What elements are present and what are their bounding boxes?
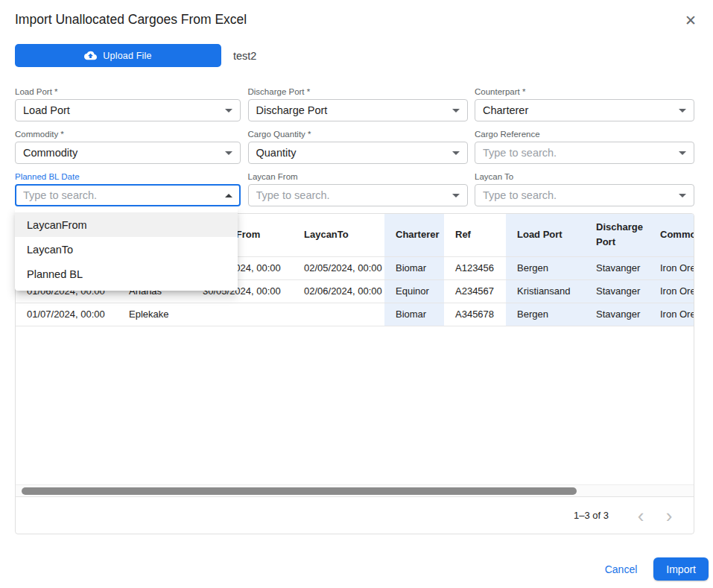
horizontal-scrollbar[interactable]: [16, 484, 694, 496]
column-header-charterer: Charterer: [384, 214, 444, 256]
cell: [191, 303, 293, 326]
cell: 02/05/2024, 00:00: [293, 256, 384, 279]
import-button[interactable]: Import: [653, 557, 709, 581]
dropdown-option-planned-bl[interactable]: Planned BL: [15, 262, 238, 286]
load-port-select[interactable]: [15, 99, 241, 121]
table-row: 01/07/2024, 00:00 Eplekake Biomar A34567…: [16, 303, 694, 326]
column-header-discharge-port: Discharge Port: [585, 214, 649, 256]
cargo-reference-label: Cargo Reference: [475, 129, 694, 139]
field-load-port: Load Port *: [15, 86, 241, 121]
cargo-quantity-value[interactable]: [256, 147, 446, 159]
dropdown-option-laycanto[interactable]: LaycanTo: [15, 237, 238, 262]
page-title: Import Unallocated Cargoes From Excel: [15, 12, 247, 28]
field-counterpart: Counterpart *: [475, 86, 694, 121]
cell: Stavanger: [585, 256, 649, 279]
chevron-down-icon: [452, 109, 460, 113]
cloud-upload-icon: [84, 49, 97, 62]
laycan-to-input[interactable]: [483, 189, 673, 201]
commodity-select[interactable]: [15, 142, 241, 164]
mapping-form: Load Port * Discharge Port * Counterpart…: [15, 82, 694, 206]
field-laycan-to: Laycan To: [475, 171, 694, 206]
cell: Stavanger: [585, 279, 649, 303]
field-commodity: Commodity *: [15, 129, 241, 164]
previous-page-icon[interactable]: ‹: [627, 502, 655, 530]
cell-laycan-to-warning: 02/06/2024, 00:00: [293, 279, 384, 303]
close-icon[interactable]: ✕: [680, 10, 701, 31]
laycan-to-select[interactable]: [475, 184, 694, 206]
chevron-down-icon: [452, 151, 460, 155]
pagination-bar: 1–3 of 3 ‹ ›: [16, 496, 694, 534]
commodity-value[interactable]: [23, 147, 219, 159]
load-port-label: Load Port *: [15, 86, 241, 97]
cell: Iron Ore: [649, 303, 694, 326]
cell: Bergen: [506, 303, 585, 326]
page-range-label: 1–3 of 3: [574, 510, 609, 521]
cell: A123456: [444, 256, 506, 279]
column-header-load-port: Load Port: [506, 214, 585, 256]
load-port-value[interactable]: [23, 104, 219, 116]
counterpart-select[interactable]: [475, 99, 694, 121]
field-laycan-from: Laycan From: [248, 171, 468, 206]
discharge-port-select[interactable]: [248, 99, 468, 121]
dropdown-option-laycanfrom[interactable]: LaycanFrom: [15, 212, 238, 237]
laycan-from-input[interactable]: [256, 189, 446, 201]
cell: Stavanger: [585, 303, 649, 326]
next-page-icon[interactable]: ›: [655, 502, 683, 530]
column-header-laycan-to: LaycanTo: [293, 214, 384, 256]
chevron-up-icon: [225, 194, 232, 197]
counterpart-value[interactable]: [483, 104, 673, 116]
cell: Iron Ore: [649, 279, 694, 303]
laycan-from-select[interactable]: [248, 184, 468, 206]
counterpart-label: Counterpart *: [475, 86, 694, 97]
cell: Biomar: [384, 303, 444, 326]
chevron-down-icon: [225, 151, 232, 155]
uploaded-file-name: test2: [233, 44, 256, 67]
cargo-reference-input[interactable]: [483, 147, 673, 159]
discharge-port-value[interactable]: [256, 104, 446, 116]
commodity-label: Commodity *: [15, 129, 241, 139]
dialog-footer: Cancel Import: [605, 557, 709, 581]
column-header-commodity: Commodity: [649, 214, 694, 256]
field-cargo-quantity: Cargo Quantity *: [248, 129, 468, 164]
cell: A345678: [444, 303, 506, 326]
planned-bl-date-input[interactable]: [23, 189, 219, 201]
chevron-down-icon: [225, 109, 232, 113]
planned-bl-date-label: Planned BL Date: [15, 171, 241, 182]
field-cargo-reference: Cargo Reference: [475, 129, 694, 164]
cell: Kristiansand: [506, 279, 585, 303]
laycan-from-label: Laycan From: [248, 171, 468, 182]
upload-file-label: Upload File: [103, 51, 151, 61]
scrollbar-thumb[interactable]: [22, 487, 577, 495]
cell: 01/07/2024, 00:00: [16, 303, 118, 326]
laycan-to-label: Laycan To: [475, 171, 694, 182]
discharge-port-label: Discharge Port *: [248, 86, 468, 97]
cell: Biomar: [384, 256, 444, 279]
field-planned-bl-date: Planned BL Date: [15, 171, 241, 206]
upload-file-button[interactable]: Upload File: [15, 44, 221, 67]
cargo-reference-select[interactable]: [475, 142, 694, 164]
cargo-quantity-label: Cargo Quantity *: [248, 129, 468, 139]
chevron-down-icon: [679, 109, 686, 113]
planned-bl-date-dropdown: LaycanFrom LaycanTo Planned BL: [15, 207, 238, 291]
cell: Eplekake: [118, 303, 191, 326]
chevron-down-icon: [452, 194, 460, 197]
cell: Bergen: [506, 256, 585, 279]
field-discharge-port: Discharge Port *: [248, 86, 468, 121]
cell: A234567: [444, 279, 506, 303]
cargo-quantity-select[interactable]: [248, 142, 468, 164]
cell: [293, 303, 384, 326]
chevron-down-icon: [679, 194, 686, 197]
cell: Equinor: [384, 279, 444, 303]
cell: Iron Ore: [649, 256, 694, 279]
column-header-ref: Ref: [444, 214, 506, 256]
cancel-button[interactable]: Cancel: [605, 563, 638, 575]
chevron-down-icon: [679, 151, 686, 155]
planned-bl-date-select[interactable]: [15, 184, 241, 206]
